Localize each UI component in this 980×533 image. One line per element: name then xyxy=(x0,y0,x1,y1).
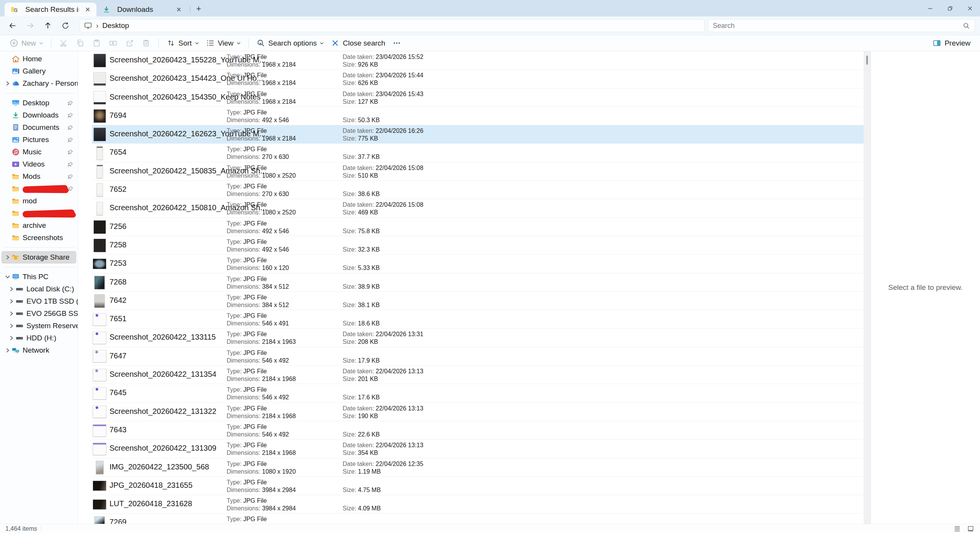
vertical-scrollbar[interactable] xyxy=(864,51,871,524)
sidebar-item-mod[interactable]: mod xyxy=(2,195,76,207)
sidebar-item-gallery[interactable]: Gallery xyxy=(2,65,76,77)
breadcrumb-chevron-icon[interactable]: › xyxy=(96,21,98,30)
file-row-screenshot-20260423-154350-keep-notes[interactable]: Screenshot_20260423_154350_Keep NotesTyp… xyxy=(92,88,864,107)
file-row-7268[interactable]: 7268Type: JPG FileDimensions: 384 x 512S… xyxy=(92,273,864,292)
details-view-button[interactable] xyxy=(953,525,961,533)
sidebar-item-desktop[interactable]: Desktop xyxy=(2,97,76,109)
chevron-right-icon[interactable] xyxy=(9,323,14,329)
onedrive-icon xyxy=(12,80,20,87)
close-search-label: Close search xyxy=(343,39,385,47)
sidebar-item-archive[interactable]: archive xyxy=(2,219,76,232)
back-button[interactable] xyxy=(5,19,20,33)
file-row-7269[interactable]: 7269Type: JPG FileDimensions: 384 x 512S… xyxy=(92,513,864,524)
new-tab-button[interactable]: + xyxy=(193,3,205,15)
up-button[interactable] xyxy=(41,19,55,33)
rename-button[interactable] xyxy=(106,36,120,50)
view-button[interactable]: View xyxy=(203,36,244,50)
file-row-screenshot-20260423-155228-youtube-m[interactable]: Screenshot_20260423_155228_YouTube M...T… xyxy=(92,51,864,70)
forward-button[interactable] xyxy=(23,19,38,33)
cut-button[interactable] xyxy=(57,36,71,50)
chevron-right-icon[interactable] xyxy=(5,255,10,260)
file-thumbnail xyxy=(94,128,106,141)
file-row-7647[interactable]: 7647Type: JPG FileDimensions: 546 x 492S… xyxy=(92,347,864,366)
file-row-7645[interactable]: 7645Type: JPG FileDimensions: 546 x 492S… xyxy=(92,384,864,402)
chevron-right-icon[interactable] xyxy=(9,286,14,292)
sidebar-item-pictures[interactable]: Pictures xyxy=(2,134,76,146)
file-row-screenshot-20260422-133115[interactable]: Screenshot_20260422_133115Type: JPG File… xyxy=(92,329,864,347)
chevron-right-icon[interactable] xyxy=(9,311,14,316)
chevron-right-icon[interactable] xyxy=(9,299,14,304)
file-row-7253[interactable]: 7253Type: JPG FileDimensions: 160 x 120S… xyxy=(92,255,864,273)
file-row-jpg-20260418-231655[interactable]: JPG_20260418_231655Type: JPG FileDimensi… xyxy=(92,477,864,495)
search-options-button[interactable]: Search options xyxy=(253,36,328,50)
restore-button[interactable] xyxy=(940,0,960,16)
scrollbar-thumb[interactable] xyxy=(866,56,868,65)
file-row-lut-20260418-231628[interactable]: LUT_20260418_231628Type: JPG FileDimensi… xyxy=(92,495,864,513)
chevron-right-icon[interactable] xyxy=(5,348,10,353)
sidebar-item-label: archive xyxy=(23,221,46,230)
file-row-7256[interactable]: 7256Type: JPG FileDimensions: 492 x 546S… xyxy=(92,218,864,236)
file-row-7643[interactable]: 7643Type: JPG FileDimensions: 546 x 492S… xyxy=(92,421,864,440)
sidebar-item-mods[interactable]: Mods xyxy=(2,170,76,183)
sidebar-item-hdd-h[interactable]: HDD (H:) xyxy=(5,332,76,344)
sidebar-item-videos[interactable]: Videos xyxy=(2,158,76,170)
sidebar-item-evo-256gb-ssd-f[interactable]: EVO 256GB SSD (F:) xyxy=(5,307,76,320)
tab-search-results[interactable]: Search Results in S:\ ✕ xyxy=(5,3,96,16)
sidebar-item-music[interactable]: Music xyxy=(2,146,76,158)
file-row-screenshot-20260422-131309[interactable]: Screenshot_20260422_131309Type: JPG File… xyxy=(92,440,864,458)
more-options-button[interactable] xyxy=(390,36,404,50)
search-input[interactable] xyxy=(713,22,963,30)
file-row-7258[interactable]: 7258Type: JPG FileDimensions: 492 x 546S… xyxy=(92,236,864,255)
large-icons-view-button[interactable] xyxy=(967,525,975,533)
new-button[interactable]: New xyxy=(6,36,47,50)
search-folder-icon xyxy=(11,6,18,13)
share-button[interactable] xyxy=(122,36,137,50)
breadcrumb[interactable]: Desktop xyxy=(102,21,129,30)
paste-button[interactable] xyxy=(90,36,104,50)
sidebar-item-system-reserved-g[interactable]: System Reserved (G:) xyxy=(5,320,76,332)
minimize-button[interactable] xyxy=(920,0,940,16)
file-row-screenshot-20260422-150835-amazon-sh[interactable]: Screenshot_20260422_150835_Amazon Sh...T… xyxy=(92,162,864,181)
address-bar[interactable]: › Desktop xyxy=(80,19,705,32)
file-row-7642[interactable]: 7642Type: JPG FileDimensions: 384 x 512S… xyxy=(92,292,864,310)
sidebar-item-evo-1tb-ssd-d[interactable]: EVO 1TB SSD (D:) xyxy=(5,295,76,307)
meta-value: JPG File xyxy=(243,72,267,78)
file-row-7654[interactable]: 7654Type: JPG FileDimensions: 270 x 630S… xyxy=(92,144,864,162)
meta-line: Dimensions: 270 x 630 xyxy=(227,190,289,198)
close-search-button[interactable]: Close search xyxy=(327,36,389,50)
sidebar-item-network[interactable]: Network xyxy=(2,344,76,356)
meta-value: JPG File xyxy=(243,294,267,301)
tab-close-button[interactable]: ✕ xyxy=(174,5,184,15)
sidebar-item-screenshots[interactable]: Screenshots xyxy=(2,232,76,244)
sidebar-item-redacted[interactable] xyxy=(2,207,76,219)
preview-toggle-button[interactable]: Preview xyxy=(929,36,974,50)
sidebar-item-downloads[interactable]: Downloads xyxy=(2,109,76,121)
tab-downloads[interactable]: Downloads ✕ xyxy=(96,3,188,16)
chevron-right-icon[interactable] xyxy=(9,335,14,341)
search-icon[interactable] xyxy=(963,22,970,29)
file-row-7651[interactable]: 7651Type: JPG FileDimensions: 546 x 491S… xyxy=(92,310,864,329)
sidebar-item-documents[interactable]: Documents xyxy=(2,121,76,134)
file-row-7652[interactable]: 7652Type: JPG FileDimensions: 270 x 630S… xyxy=(92,181,864,199)
delete-button[interactable] xyxy=(139,36,153,50)
chevron-right-icon[interactable] xyxy=(5,81,10,86)
sidebar-item-storage-share[interactable]: Storage Share xyxy=(2,251,76,263)
close-button[interactable] xyxy=(960,0,980,16)
file-row-screenshot-20260422-162623-youtube-m[interactable]: Screenshot_20260422_162623_YouTube M...T… xyxy=(92,125,864,144)
chevron-down-icon[interactable] xyxy=(5,274,10,280)
file-row-screenshot-20260422-150810-amazon-sh[interactable]: Screenshot_20260422_150810_Amazon Sh...T… xyxy=(92,199,864,217)
sidebar-item-zachary-personal[interactable]: Zachary - Personal xyxy=(2,77,76,90)
refresh-button[interactable] xyxy=(58,19,73,33)
file-row-7694[interactable]: 7694Type: JPG FileDimensions: 492 x 546S… xyxy=(92,107,864,125)
sidebar-item-home[interactable]: Home xyxy=(2,53,76,65)
file-row-screenshot-20260422-131322[interactable]: Screenshot_20260422_131322Type: JPG File… xyxy=(92,403,864,421)
sidebar-item-redacted[interactable] xyxy=(2,183,76,195)
file-row-screenshot-20260423-154423-one-ui-ho[interactable]: Screenshot_20260423_154423_One UI Ho...T… xyxy=(92,70,864,88)
file-row-img-20260422-123500-568[interactable]: IMG_20260422_123500_568Type: JPG FileDim… xyxy=(92,458,864,477)
sidebar-item-local-disk-c[interactable]: Local Disk (C:) xyxy=(5,283,76,295)
copy-button[interactable] xyxy=(73,36,87,50)
file-row-screenshot-20260422-131354[interactable]: Screenshot_20260422_131354Type: JPG File… xyxy=(92,366,864,384)
tab-close-button[interactable]: ✕ xyxy=(83,5,93,15)
sort-button[interactable]: Sort xyxy=(163,36,203,50)
sidebar-item-this-pc[interactable]: This PC xyxy=(2,271,76,283)
